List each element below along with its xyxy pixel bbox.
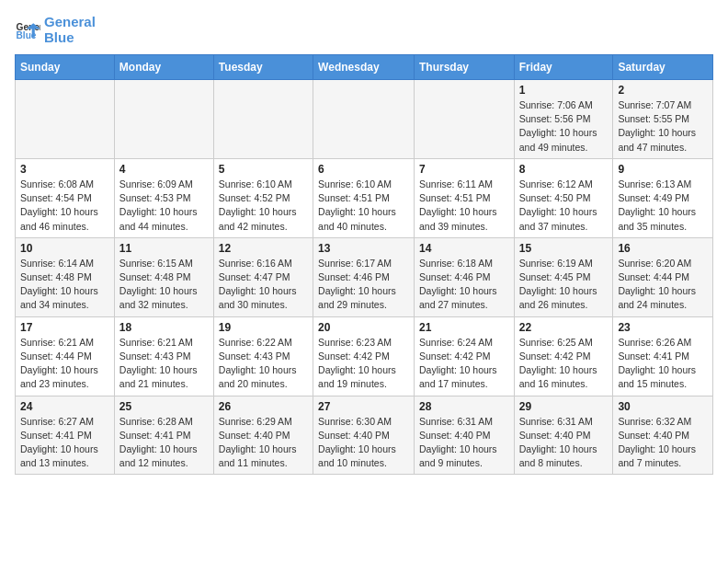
calendar-cell: 20Sunrise: 6:23 AM Sunset: 4:42 PM Dayli… [313,316,415,396]
day-number: 27 [318,400,409,413]
day-info: Sunrise: 6:17 AM Sunset: 4:46 PM Dayligh… [318,257,409,313]
day-info: Sunrise: 6:19 AM Sunset: 4:45 PM Dayligh… [519,257,609,313]
day-info: Sunrise: 6:12 AM Sunset: 4:50 PM Dayligh… [519,178,609,234]
calendar-cell: 8Sunrise: 6:12 AM Sunset: 4:50 PM Daylig… [514,158,613,237]
day-number: 4 [119,163,209,176]
calendar-cell: 28Sunrise: 6:31 AM Sunset: 4:40 PM Dayli… [414,396,514,475]
calendar-cell: 5Sunrise: 6:10 AM Sunset: 4:52 PM Daylig… [213,158,313,237]
day-info: Sunrise: 6:11 AM Sunset: 4:51 PM Dayligh… [419,178,509,234]
day-number: 23 [618,321,708,334]
day-number: 10 [20,242,109,255]
day-number: 14 [419,242,509,255]
calendar-cell: 30Sunrise: 6:32 AM Sunset: 4:40 PM Dayli… [613,396,713,475]
day-number: 29 [519,400,609,413]
day-number: 24 [20,400,109,413]
day-info: Sunrise: 6:21 AM Sunset: 4:44 PM Dayligh… [20,336,109,392]
weekday-header: Monday [114,55,213,80]
day-info: Sunrise: 6:25 AM Sunset: 4:42 PM Dayligh… [519,336,609,392]
day-number: 13 [318,242,409,255]
calendar-cell: 9Sunrise: 6:13 AM Sunset: 4:49 PM Daylig… [613,158,713,237]
calendar-cell: 12Sunrise: 6:16 AM Sunset: 4:47 PM Dayli… [213,237,313,316]
calendar-cell: 17Sunrise: 6:21 AM Sunset: 4:44 PM Dayli… [16,316,115,396]
calendar-cell [213,80,313,159]
weekday-header: Saturday [613,55,713,80]
day-info: Sunrise: 6:10 AM Sunset: 4:51 PM Dayligh… [318,178,409,234]
calendar-cell: 15Sunrise: 6:19 AM Sunset: 4:45 PM Dayli… [514,237,613,316]
day-info: Sunrise: 7:06 AM Sunset: 5:56 PM Dayligh… [519,98,609,155]
day-number: 9 [618,163,708,176]
calendar-week-row: 10Sunrise: 6:14 AM Sunset: 4:48 PM Dayli… [16,237,713,316]
calendar-cell: 14Sunrise: 6:18 AM Sunset: 4:46 PM Dayli… [414,237,514,316]
day-number: 19 [219,321,308,334]
calendar-week-row: 1Sunrise: 7:06 AM Sunset: 5:56 PM Daylig… [16,80,713,159]
logo-icon: General Blue [15,17,40,43]
day-info: Sunrise: 6:31 AM Sunset: 4:40 PM Dayligh… [419,415,509,471]
calendar-cell: 2Sunrise: 7:07 AM Sunset: 5:55 PM Daylig… [613,80,713,159]
day-number: 18 [119,321,209,334]
calendar-cell [16,80,115,159]
day-number: 6 [318,163,409,176]
day-info: Sunrise: 6:23 AM Sunset: 4:42 PM Dayligh… [318,336,409,392]
day-info: Sunrise: 6:15 AM Sunset: 4:48 PM Dayligh… [119,257,209,313]
day-number: 26 [219,400,308,413]
calendar-cell: 10Sunrise: 6:14 AM Sunset: 4:48 PM Dayli… [16,237,115,316]
calendar-cell: 4Sunrise: 6:09 AM Sunset: 4:53 PM Daylig… [114,158,213,237]
day-info: Sunrise: 6:20 AM Sunset: 4:44 PM Dayligh… [618,257,708,313]
day-info: Sunrise: 6:08 AM Sunset: 4:54 PM Dayligh… [20,178,109,234]
day-number: 15 [519,242,609,255]
calendar-cell: 13Sunrise: 6:17 AM Sunset: 4:46 PM Dayli… [313,237,415,316]
day-number: 17 [20,321,109,334]
logo: General Blue GeneralBlue [15,15,96,45]
day-info: Sunrise: 6:27 AM Sunset: 4:41 PM Dayligh… [20,415,109,471]
calendar-cell: 29Sunrise: 6:31 AM Sunset: 4:40 PM Dayli… [514,396,613,475]
day-number: 16 [618,242,708,255]
calendar-week-row: 24Sunrise: 6:27 AM Sunset: 4:41 PM Dayli… [16,396,713,475]
day-info: Sunrise: 6:22 AM Sunset: 4:43 PM Dayligh… [219,336,308,392]
day-number: 21 [419,321,509,334]
calendar-cell: 27Sunrise: 6:30 AM Sunset: 4:40 PM Dayli… [313,396,415,475]
weekday-header: Tuesday [213,55,313,80]
day-info: Sunrise: 6:28 AM Sunset: 4:41 PM Dayligh… [119,415,209,471]
calendar-cell: 24Sunrise: 6:27 AM Sunset: 4:41 PM Dayli… [16,396,115,475]
calendar-cell: 18Sunrise: 6:21 AM Sunset: 4:43 PM Dayli… [114,316,213,396]
weekday-header: Wednesday [313,55,415,80]
day-number: 2 [618,84,708,97]
calendar-cell: 22Sunrise: 6:25 AM Sunset: 4:42 PM Dayli… [514,316,613,396]
day-info: Sunrise: 6:14 AM Sunset: 4:48 PM Dayligh… [20,257,109,313]
day-number: 5 [219,163,308,176]
day-info: Sunrise: 6:13 AM Sunset: 4:49 PM Dayligh… [618,178,708,234]
calendar-week-row: 3Sunrise: 6:08 AM Sunset: 4:54 PM Daylig… [16,158,713,237]
day-number: 30 [618,400,708,413]
day-info: Sunrise: 6:32 AM Sunset: 4:40 PM Dayligh… [618,415,708,471]
weekday-header: Sunday [16,55,115,80]
calendar-cell: 23Sunrise: 6:26 AM Sunset: 4:41 PM Dayli… [613,316,713,396]
day-info: Sunrise: 6:26 AM Sunset: 4:41 PM Dayligh… [618,336,708,392]
calendar-cell: 26Sunrise: 6:29 AM Sunset: 4:40 PM Dayli… [213,396,313,475]
day-number: 28 [419,400,509,413]
day-info: Sunrise: 6:31 AM Sunset: 4:40 PM Dayligh… [519,415,609,471]
calendar-cell: 16Sunrise: 6:20 AM Sunset: 4:44 PM Dayli… [613,237,713,316]
calendar-cell: 19Sunrise: 6:22 AM Sunset: 4:43 PM Dayli… [213,316,313,396]
day-number: 12 [219,242,308,255]
day-info: Sunrise: 6:24 AM Sunset: 4:42 PM Dayligh… [419,336,509,392]
logo-text: GeneralBlue [44,15,96,45]
day-number: 11 [119,242,209,255]
page-header: General Blue GeneralBlue [15,15,713,45]
day-number: 22 [519,321,609,334]
day-number: 1 [519,84,609,97]
day-info: Sunrise: 6:10 AM Sunset: 4:52 PM Dayligh… [219,178,308,234]
day-number: 7 [419,163,509,176]
calendar-cell [313,80,415,159]
calendar-cell [414,80,514,159]
weekday-header: Friday [514,55,613,80]
day-info: Sunrise: 6:16 AM Sunset: 4:47 PM Dayligh… [219,257,308,313]
calendar-cell: 1Sunrise: 7:06 AM Sunset: 5:56 PM Daylig… [514,80,613,159]
calendar-header: SundayMondayTuesdayWednesdayThursdayFrid… [16,55,713,80]
day-number: 3 [20,163,109,176]
calendar-cell: 21Sunrise: 6:24 AM Sunset: 4:42 PM Dayli… [414,316,514,396]
calendar-cell: 3Sunrise: 6:08 AM Sunset: 4:54 PM Daylig… [16,158,115,237]
day-number: 20 [318,321,409,334]
day-info: Sunrise: 6:18 AM Sunset: 4:46 PM Dayligh… [419,257,509,313]
day-number: 25 [119,400,209,413]
calendar-cell: 7Sunrise: 6:11 AM Sunset: 4:51 PM Daylig… [414,158,514,237]
